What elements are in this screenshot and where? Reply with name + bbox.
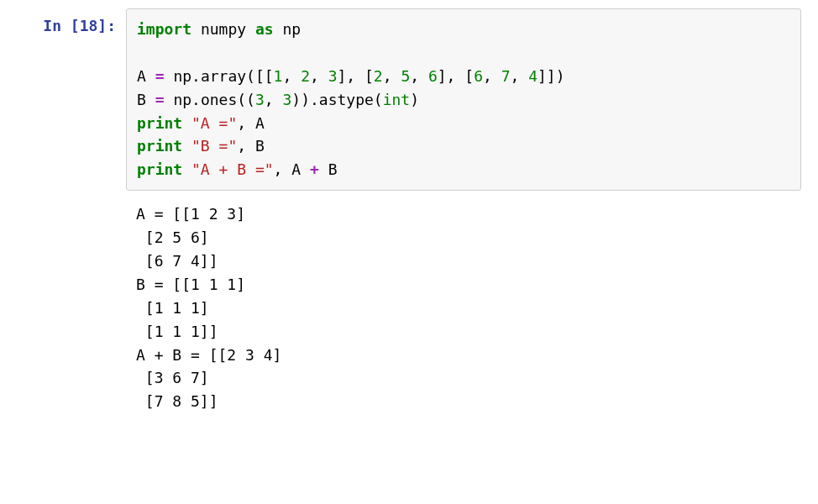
code-output: A = [[1 2 3] [2 5 6] [6 7 4]] B = [[1 1 …	[126, 202, 801, 413]
var-b: B	[255, 137, 265, 155]
sp	[165, 67, 174, 85]
var-b: B	[328, 160, 338, 178]
n5: 5	[401, 67, 410, 85]
n1: 1	[274, 67, 283, 85]
comma: ,	[237, 137, 255, 155]
sp	[191, 20, 201, 38]
str-b: "B ="	[191, 137, 237, 155]
comma: ,	[410, 67, 428, 85]
n3: 3	[328, 67, 338, 85]
out-line: [1 1 1]	[136, 299, 209, 317]
var-a: A	[137, 67, 146, 85]
out-line: [1 1 1]]	[136, 323, 218, 340]
sp	[182, 114, 191, 132]
comma: ,	[265, 91, 283, 108]
comma: ,	[237, 114, 255, 132]
out-line: A = [[1 2 3]	[136, 205, 245, 223]
comma: ,	[310, 67, 328, 85]
sp	[146, 91, 155, 108]
sp	[165, 91, 174, 108]
mod-numpy: numpy	[201, 20, 246, 38]
alias-np: np	[282, 20, 301, 38]
comma: ,	[511, 67, 529, 85]
var-b: B	[137, 91, 146, 108]
n6: 6	[474, 67, 483, 85]
kw-print: print	[137, 160, 182, 178]
n4: 4	[528, 67, 537, 85]
out-line: [7 8 5]]	[136, 392, 218, 410]
output-row: A = [[1 2 3] [2 5 6] [6 7 4]] B = [[1 1 …	[17, 202, 801, 413]
br: ], [	[338, 67, 374, 85]
comma: ,	[274, 160, 292, 178]
kw-import: import	[137, 20, 191, 38]
rparen: )	[410, 91, 419, 108]
out-line: [2 5 6]	[136, 228, 209, 246]
str-ab: "A + B ="	[191, 160, 274, 178]
comma: ,	[383, 67, 401, 85]
sp	[146, 67, 155, 85]
n7: 7	[501, 67, 511, 85]
input-prompt: In [18]:	[17, 8, 126, 34]
kw-as: as	[255, 20, 274, 38]
out-line: B = [[1 1 1]	[136, 276, 245, 293]
n3: 3	[255, 91, 265, 108]
str-a: "A ="	[191, 114, 237, 132]
sp	[246, 20, 255, 38]
sp	[182, 160, 191, 178]
comma: ,	[282, 67, 301, 85]
var-a: A	[255, 114, 265, 132]
sp	[301, 160, 310, 178]
sp	[319, 160, 328, 178]
close: ]])	[537, 67, 565, 85]
op-eq: =	[155, 91, 165, 108]
out-line: [6 7 4]]	[136, 252, 218, 270]
ones-close: )).astype(	[291, 91, 382, 108]
sp	[182, 137, 191, 155]
code-input[interactable]: import numpy as np A = np.array([[1, 2, …	[126, 8, 801, 191]
n2: 2	[301, 67, 310, 85]
n6: 6	[428, 67, 438, 85]
sp	[274, 20, 283, 38]
kw-print: print	[137, 137, 182, 155]
comma: ,	[483, 67, 501, 85]
builtin-int: int	[383, 91, 411, 108]
np-ones: np.ones((	[173, 91, 255, 108]
n3: 3	[282, 91, 291, 108]
out-line: [3 6 7]	[136, 369, 209, 386]
op-eq: =	[155, 67, 165, 85]
br: ], [	[438, 67, 474, 85]
op-plus: +	[310, 160, 319, 178]
code-cell: In [18]: import numpy as np A = np.array…	[17, 8, 801, 191]
np-array: np.array([[	[173, 67, 273, 85]
out-line: A + B = [[2 3 4]	[136, 346, 281, 364]
var-a: A	[291, 160, 301, 178]
n2: 2	[374, 67, 383, 85]
kw-print: print	[137, 114, 182, 132]
